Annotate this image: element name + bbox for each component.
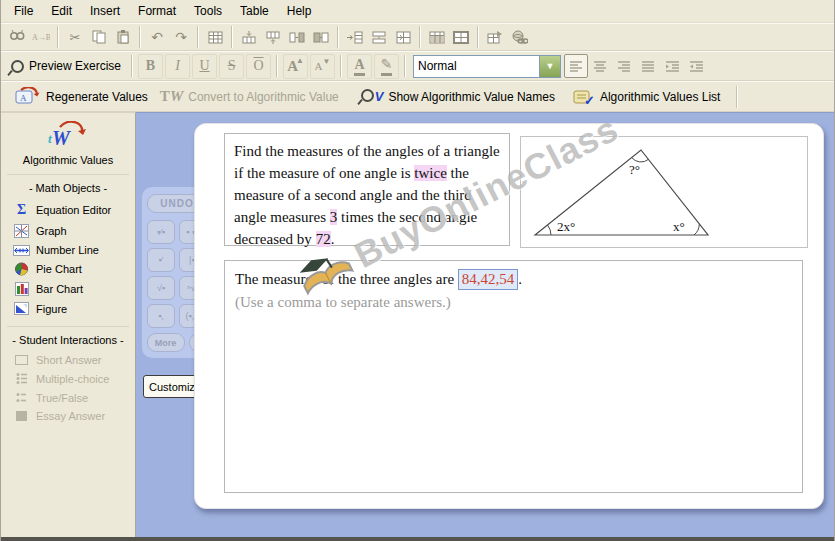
show-names-icon: V xyxy=(361,89,384,104)
left-angle-label: 2x° xyxy=(557,219,575,234)
question-text-box[interactable]: Find the measures of the angles of a tri… xyxy=(224,133,510,246)
answer-prefix: The measures of the three angles are xyxy=(235,271,458,287)
font-color-button[interactable]: A xyxy=(347,54,372,79)
algorithmic-values-label[interactable]: Algorithmic Values xyxy=(1,154,135,166)
highlight-color-button[interactable]: ✎ xyxy=(374,54,399,79)
palette-math-button-2[interactable]: ▪′ xyxy=(147,248,175,272)
menu-item-edit[interactable]: Edit xyxy=(42,1,81,21)
sidebar-item-equation-editor[interactable]: Σ Equation Editor xyxy=(1,199,135,221)
preview-exercise-button[interactable]: Preview Exercise xyxy=(5,57,127,75)
convert-label: Convert to Algorithmic Value xyxy=(188,90,339,104)
strikethrough-button[interactable]: S xyxy=(219,54,244,79)
merge-cells-icon[interactable] xyxy=(285,25,309,49)
split-table-icon[interactable] xyxy=(367,25,391,49)
menu-item-tools[interactable]: Tools xyxy=(185,1,231,21)
convert-to-algorithmic-button[interactable]: TW Convert to Algorithmic Value xyxy=(154,86,345,107)
regenerate-values-icon: A xyxy=(15,87,41,107)
window-bottom-edge xyxy=(1,537,834,541)
table-borders-icon[interactable] xyxy=(449,25,473,49)
align-left-button[interactable] xyxy=(564,54,588,78)
sidebar-item-graph[interactable]: Graph xyxy=(1,221,135,241)
menu-item-insert[interactable]: Insert xyxy=(81,1,129,21)
sidebar-item-pie-chart[interactable]: Pie Chart xyxy=(1,259,135,279)
replace-icon[interactable]: A→B xyxy=(29,25,53,49)
shrink-font-button[interactable]: A▼ xyxy=(310,54,335,79)
italic-button[interactable]: I xyxy=(165,54,190,79)
align-right-button[interactable] xyxy=(612,54,636,78)
paragraph-style-select[interactable]: Normal ▼ xyxy=(413,55,561,78)
answer-box: The measures of the three angles are 84,… xyxy=(224,260,803,493)
sidebar-item-true-false[interactable]: True/False xyxy=(1,388,135,407)
sidebar-item-multiple-choice[interactable]: Multiple-choice xyxy=(1,369,135,388)
split-cells-icon[interactable] xyxy=(309,25,333,49)
format-toolbar: Preview Exercise B I U S O A▲ A▼ A ✎ Nor… xyxy=(1,51,834,81)
exercise-panel: Find the measures of the angles of a tri… xyxy=(194,123,824,509)
sidebar-item-number-line[interactable]: Number Line xyxy=(1,241,135,259)
hyperlink-icon[interactable] xyxy=(507,25,531,49)
editor-canvas: UNDO ▪⁄▪▪ ▪⁄▪▪′|▪|√▪ⁿ√▪▪,(▪,▪) More ? Cu… xyxy=(136,112,834,537)
underline-button[interactable]: U xyxy=(192,54,217,79)
algorithmic-value[interactable]: 72 xyxy=(316,231,331,247)
short-answer-icon xyxy=(13,355,30,365)
algorithmic-toolbar: A Regenerate Values TW Convert to Algori… xyxy=(1,81,834,112)
right-angle-label: x° xyxy=(673,219,685,234)
svg-text:W: W xyxy=(52,127,71,149)
insert-table-icon[interactable] xyxy=(203,25,227,49)
autofit-icon[interactable] xyxy=(391,25,415,49)
svg-text:A: A xyxy=(20,93,27,103)
undo-icon[interactable]: ↶ xyxy=(145,25,169,49)
toolbar-separator xyxy=(477,26,479,48)
palette-math-button-0[interactable]: ▪⁄▪ xyxy=(147,220,175,244)
sidebar-item-short-answer[interactable]: Short Answer xyxy=(1,351,135,369)
figure-box[interactable]: 2x° x° ?° xyxy=(520,136,808,248)
palette-math-button-6[interactable]: ▪, xyxy=(147,304,175,328)
math-objects-header: - Math Objects - xyxy=(1,182,135,194)
chevron-down-icon[interactable]: ▼ xyxy=(539,56,560,77)
table-properties-icon[interactable] xyxy=(483,25,507,49)
number-line-icon xyxy=(13,245,30,256)
insert-column-icon[interactable] xyxy=(343,25,367,49)
algorithmic-values-list-button[interactable]: ✓ Algorithmic Values List xyxy=(567,86,727,108)
redo-icon[interactable]: ↷ xyxy=(169,25,193,49)
divider xyxy=(7,174,129,175)
pie-chart-icon xyxy=(13,262,30,276)
palette-math-button-4[interactable]: √▪ xyxy=(147,276,175,300)
toolbar-separator xyxy=(131,55,133,77)
bold-button[interactable]: B xyxy=(138,54,163,79)
menu-item-file[interactable]: File xyxy=(5,1,42,21)
sidebar-item-figure[interactable]: Figure xyxy=(1,299,135,318)
copy-icon[interactable] xyxy=(87,25,111,49)
paste-icon[interactable] xyxy=(111,25,135,49)
menu-item-format[interactable]: Format xyxy=(129,1,185,21)
decrease-indent-button[interactable] xyxy=(684,54,708,78)
figure-icon xyxy=(13,302,30,315)
preview-exercise-label: Preview Exercise xyxy=(29,59,121,73)
algorithmic-values-logo-icon[interactable]: Wt xyxy=(1,121,135,151)
justify-button[interactable] xyxy=(636,54,660,78)
sidebar-item-bar-chart[interactable]: Bar Chart xyxy=(1,279,135,299)
palette-more-button[interactable]: More xyxy=(147,333,185,352)
find-icon[interactable] xyxy=(5,25,29,49)
menu-item-table[interactable]: Table xyxy=(231,1,278,21)
grow-font-button[interactable]: A▲ xyxy=(283,54,308,79)
convert-icon: TW xyxy=(160,88,183,105)
insert-row-icon[interactable] xyxy=(237,25,261,49)
student-interactions-header: - Student Interactions - xyxy=(1,334,135,346)
answer-value-field[interactable]: 84,42,54 xyxy=(458,269,519,290)
align-center-button[interactable] xyxy=(588,54,612,78)
style-value: Normal xyxy=(414,59,539,73)
toolbar-separator xyxy=(139,26,141,48)
show-algorithmic-names-button[interactable]: V Show Algorithmic Value Names xyxy=(355,87,561,106)
sidebar-item-essay-answer[interactable]: Essay Answer xyxy=(1,407,135,425)
overline-button[interactable]: O xyxy=(246,54,271,79)
regenerate-values-button[interactable]: A Regenerate Values xyxy=(9,85,154,109)
increase-indent-button[interactable] xyxy=(660,54,684,78)
algorithmic-value[interactable]: twice xyxy=(414,165,446,181)
table-shading-icon[interactable] xyxy=(425,25,449,49)
magnifier-icon xyxy=(11,60,24,73)
delete-row-icon[interactable] xyxy=(261,25,285,49)
toolbar-separator xyxy=(231,26,233,48)
toolbar-separator xyxy=(197,26,199,48)
menu-item-help[interactable]: Help xyxy=(278,1,321,21)
cut-icon[interactable]: ✂ xyxy=(63,25,87,49)
